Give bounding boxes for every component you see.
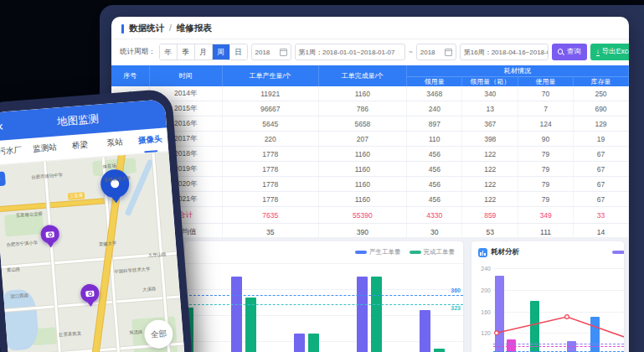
camera-icon [85, 290, 95, 297]
workorder-bar[interactable] [231, 277, 242, 352]
table-row[interactable]: 12014年119211160346834070250 [111, 86, 629, 101]
sub-column-header: 库存量 [574, 77, 629, 87]
table-row[interactable]: 62019年177811604561227967 [111, 162, 629, 177]
map-poi-label: 东流路 [129, 329, 143, 336]
camera-marker[interactable] [40, 225, 60, 245]
period-segment: 年季月周日 [159, 44, 248, 60]
range-separator: ~ [409, 48, 413, 56]
workorder-bar[interactable] [308, 334, 319, 352]
workorder-bar[interactable] [434, 349, 445, 352]
map-road [44, 162, 63, 352]
camera-marker[interactable] [80, 283, 100, 303]
map-poi-label: 望江西路 [10, 292, 28, 301]
sub-column-header: 使用量 [518, 77, 574, 87]
legend-item[interactable]: 产生工单量 [355, 248, 401, 256]
export-excel-button[interactable]: ↓ 导出Excel [590, 44, 629, 60]
period-option[interactable]: 月 [195, 44, 213, 60]
period-option[interactable]: 年 [160, 44, 178, 60]
breadcrumb-section[interactable]: 数据统计 [129, 23, 164, 33]
bar-chart-icon [478, 248, 487, 257]
y-axis-tick: 120 [481, 330, 491, 336]
y-axis-tick: 160 [481, 308, 491, 314]
breadcrumb-accent-bar [121, 24, 124, 34]
legend-item[interactable]: 完成工单量 [410, 248, 456, 256]
map-poi-label: 红星美凯龙 [59, 330, 82, 339]
workorder-chart-plot: 360 323 [185, 263, 463, 352]
dashboard-window: 数据统计 / 维修报表 统计周期： 年季月周日 2018 第1周：2018-01… [111, 17, 629, 352]
column-header: 工单完成量/个 [318, 65, 407, 86]
trend-line [493, 263, 624, 352]
workorder-bar[interactable] [371, 277, 382, 352]
period-label: 统计周期： [120, 47, 156, 57]
consumable-chart-legend-swatch [612, 251, 624, 254]
map-poi-label: 合肥市琥珀中学 [31, 172, 63, 181]
map-road [0, 199, 104, 211]
table-row[interactable]: 82021年177811604561227967 [111, 192, 629, 207]
calendar-icon [445, 49, 452, 56]
map-poi-label: 三里庵 [68, 192, 85, 200]
map-poi-label: 合肥市宁溪小学 [6, 240, 38, 249]
workorder-chart-legend: 产生工单量 完成工单量 [355, 248, 455, 256]
reference-line-label: 360 [451, 287, 461, 293]
consumable-chart-title: 耗材分析 [491, 247, 519, 257]
reference-line [185, 304, 463, 305]
period-option[interactable]: 周 [213, 44, 230, 60]
total-row: 合计763555390433085934933 [111, 207, 629, 224]
end-week-input[interactable]: 第16周：2018-04-16~2018-04-22 [460, 44, 549, 60]
map-poi-label: 黄山路 [7, 266, 21, 273]
table-row[interactable]: 32016年56455658897367124129 [111, 116, 629, 132]
calendar-icon [280, 49, 287, 56]
map-poi-label: 体育场 [102, 163, 116, 170]
consumable-chart-plot: 240 200 160 120 80 40 [493, 263, 624, 352]
start-week-input[interactable]: 第1周：2018-01-01~2018-01-07 [295, 44, 405, 60]
column-header: 工单产生量/个 [222, 65, 318, 86]
workorder-bar[interactable] [357, 277, 368, 352]
table-row[interactable]: 42017年2202071103989019 [111, 132, 629, 147]
phone-mockup: ‹ 地图监测 污水厂监测站桥梁泵站摄像头 › 全部 合肥市琥珀中学体育场安徽 [0, 89, 193, 352]
column-header: 时间 [149, 65, 222, 86]
table-row[interactable]: 52018年177811604561227967 [111, 147, 629, 162]
workorder-bar[interactable] [245, 298, 256, 352]
breadcrumb-separator: / [169, 23, 172, 33]
search-icon [558, 49, 564, 55]
download-icon: ↓ [596, 49, 600, 56]
map-poi-label: 中国科学技术大学 [114, 266, 151, 275]
workorder-bar[interactable] [420, 310, 430, 352]
map-expand-button[interactable]: › [0, 171, 6, 186]
map-poi-label: 大溪路 [142, 286, 157, 293]
map-view[interactable]: › 全部 合肥市琥珀中学体育场安徽农业大学三里庵五里墩立交桥合肥市宁溪小学安徽大… [0, 152, 186, 352]
phone-screen: ‹ 地图监测 污水厂监测站桥梁泵站摄像头 › 全部 合肥市琥珀中学体育场安徽 [0, 99, 186, 352]
tab-污水厂[interactable]: 污水厂 [0, 138, 28, 164]
sub-column-header: 领用量（箱） [462, 77, 518, 87]
y-axis-tick: 200 [481, 287, 491, 293]
tab-泵站[interactable]: 泵站 [96, 130, 133, 156]
map-poi-label: 安徽大学 [99, 240, 117, 248]
breadcrumb-page: 维修报表 [177, 23, 212, 33]
consumable-chart-card: 耗材分析 240 200 160 120 80 40 [471, 241, 624, 352]
report-table-container: 序号时间工单产生量/个工单完成量/个耗材情况领用量领用量（箱）使用量库存量120… [111, 65, 629, 241]
breadcrumb: 数据统计 / 维修报表 [111, 17, 629, 39]
reference-line [185, 295, 463, 296]
filter-toolbar: 统计周期： 年季月周日 2018 第1周：2018-01-01~2018-01-… [111, 39, 629, 65]
tab-监测站[interactable]: 监测站 [27, 136, 64, 162]
period-option[interactable]: 季 [178, 44, 195, 60]
legend-swatch [355, 251, 367, 254]
tab-摄像头[interactable]: 摄像头 [131, 127, 168, 153]
start-year-select[interactable]: 2018 [251, 44, 291, 60]
end-year-select[interactable]: 2018 [416, 44, 456, 60]
column-header: 序号 [111, 65, 149, 86]
legend-swatch [410, 251, 421, 254]
table-row[interactable]: 22015年96667786240137690 [111, 101, 629, 116]
query-button[interactable]: 查询 [552, 44, 587, 60]
workorder-bar[interactable] [294, 334, 305, 352]
map-poi-label: 九华山路 [148, 251, 167, 260]
reference-line-label: 323 [451, 305, 461, 311]
tab-桥梁[interactable]: 桥梁 [61, 133, 98, 159]
y-axis-tick: 240 [481, 266, 491, 272]
table-row[interactable]: 72020年177811604561227967 [111, 177, 629, 192]
report-table: 序号时间工单产生量/个工单完成量/个耗材情况领用量领用量（箱）使用量库存量120… [111, 65, 629, 241]
period-option[interactable]: 日 [230, 44, 247, 60]
group-header: 耗材情况 [407, 65, 629, 77]
workorder-chart-card: 产生工单量 完成工单量 360 323 [185, 241, 463, 352]
sub-column-header: 领用量 [407, 77, 462, 87]
